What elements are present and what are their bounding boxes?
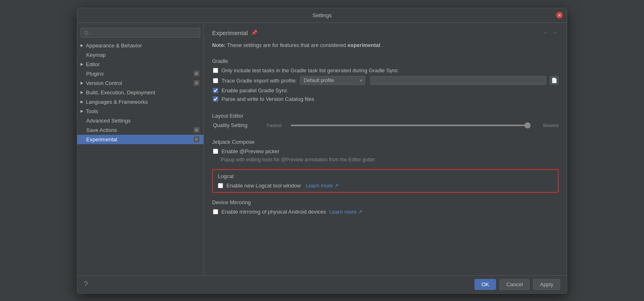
sidebar-item-version-control[interactable]: ▶ Version Control ⊞ (77, 78, 203, 88)
footer-buttons: OK Cancel Apply (474, 279, 560, 290)
chevron-right-icon: ▶ (80, 62, 83, 66)
sidebar-item-label: Plugins (86, 71, 104, 77)
device-mirroring-row: Enable mirroring of physical Android dev… (212, 209, 559, 215)
sidebar-item-editor[interactable]: ▶ Editor (77, 60, 203, 69)
gradle-test-checkbox[interactable] (213, 68, 218, 73)
dialog-title: Settings (313, 12, 332, 18)
preview-picker-checkbox[interactable] (213, 149, 218, 154)
sidebar-item-save-actions[interactable]: Save Actions ⊞ (77, 125, 203, 135)
panel-title: Experimental (212, 29, 248, 36)
sidebar-item-label: Keymap (86, 52, 106, 58)
logcat-section: Logcat Enable new Logcat tool window Lea… (212, 169, 559, 193)
ok-button[interactable]: OK (474, 279, 496, 290)
settings-badge-icon: ⊞ (194, 71, 199, 76)
quality-slider[interactable] (291, 125, 531, 126)
sidebar-item-label: Version Control (86, 80, 122, 86)
chevron-right-icon: ▶ (80, 100, 83, 104)
profile-dropdown[interactable]: Default profile (300, 76, 365, 85)
logcat-checkbox-label[interactable]: Enable new Logcat tool window (218, 183, 301, 189)
profile-text-field[interactable] (370, 76, 546, 85)
gradle-trace-row: Trace Gradle import with profile: Defaul… (212, 76, 559, 85)
help-icon[interactable]: ? (84, 280, 88, 289)
note-suffix: . (382, 42, 383, 48)
sidebar-item-label: Build, Execution, Deployment (86, 89, 155, 96)
settings-badge-icon: ⊞ (194, 136, 199, 142)
nav-arrows: ← → (542, 29, 559, 36)
search-input[interactable] (80, 28, 200, 38)
gradle-trace-checkbox[interactable] (213, 78, 218, 83)
sidebar-item-keymap[interactable]: Keymap (77, 50, 203, 60)
chevron-right-icon: ▶ (80, 81, 83, 85)
main-content: ▶ Appearance & Behavior Keymap ▶ Editor … (77, 23, 567, 275)
sidebar-item-label: Languages & Frameworks (86, 99, 148, 105)
settings-badge-icon: ⊞ (194, 127, 199, 133)
pin-icon[interactable]: 📌 (251, 30, 257, 36)
settings-badge-icon: ⊞ (194, 80, 199, 86)
slowest-label: Slowest (534, 123, 559, 128)
file-browse-button[interactable]: 📄 (550, 76, 559, 85)
gradle-test-text: Only include test tasks in the Gradle ta… (221, 67, 398, 74)
note-bold: experimental (347, 42, 380, 48)
gradle-parallel-row: Enable parallel Gradle Sync (212, 87, 559, 94)
sidebar-item-advanced[interactable]: Advanced Settings (77, 116, 203, 125)
sidebar-item-tools[interactable]: ▶ Tools (77, 107, 203, 116)
gradle-parallel-label[interactable]: Enable parallel Gradle Sync (213, 87, 287, 94)
gradle-version-catalog-row: Parse and write to Version Catalog files (212, 96, 559, 102)
jetpack-compose-title: Jetpack Compose (212, 139, 559, 145)
quality-row: Quality Setting Fastest Slowest (212, 122, 559, 128)
sidebar-item-label: Appearance & Behavior (86, 42, 142, 49)
preview-picker-text: Enable @Preview picker (221, 148, 280, 154)
forward-arrow-icon[interactable]: → (551, 29, 559, 36)
logcat-title: Logcat (218, 173, 553, 179)
gradle-parallel-checkbox[interactable] (213, 88, 218, 93)
logcat-learn-more-link[interactable]: Learn more ↗ (306, 183, 339, 189)
gradle-test-label[interactable]: Only include test tasks in the Gradle ta… (213, 67, 398, 74)
device-mirroring-checkbox[interactable] (213, 209, 218, 214)
logcat-row: Enable new Logcat tool window Learn more… (218, 183, 553, 189)
preview-picker-row: Enable @Preview picker (212, 148, 559, 154)
profile-dropdown-wrapper: Default profile ▼ (300, 76, 365, 85)
sidebar-item-appearance[interactable]: ▶ Appearance & Behavior (77, 41, 203, 50)
close-button[interactable]: ✕ (556, 12, 563, 18)
gradle-title: Gradle (212, 58, 559, 64)
preview-picker-label[interactable]: Enable @Preview picker (213, 148, 280, 154)
jetpack-compose-section: Jetpack Compose Enable @Preview picker P… (212, 137, 559, 163)
sidebar: ▶ Appearance & Behavior Keymap ▶ Editor … (77, 23, 204, 275)
device-mirroring-title: Device Mirroring (212, 199, 559, 205)
chevron-right-icon: ▶ (80, 90, 83, 94)
fastest-label: Fastest (267, 123, 287, 128)
sidebar-item-label: Editor (86, 61, 100, 67)
quality-label: Quality Setting (213, 122, 262, 128)
sidebar-item-plugins[interactable]: Plugins ⊞ (77, 69, 203, 78)
main-panel: Experimental 📌 ← → Note: These settings … (204, 23, 567, 275)
logcat-checkbox[interactable] (218, 183, 223, 188)
layout-editor-section: Layout Editor Quality Setting Fastest Sl… (212, 111, 559, 131)
sidebar-item-languages[interactable]: ▶ Languages & Frameworks (77, 97, 203, 107)
sidebar-item-build[interactable]: ▶ Build, Execution, Deployment (77, 88, 203, 97)
device-mirroring-text: Enable mirroring of physical Android dev… (221, 209, 326, 215)
cancel-button[interactable]: Cancel (499, 279, 530, 290)
back-arrow-icon[interactable]: ← (542, 29, 550, 36)
panel-header: Experimental 📌 ← → (212, 29, 559, 36)
slider-container: Fastest Slowest (267, 123, 559, 128)
preview-picker-subtext: Popup with editing tools for @Preview an… (221, 157, 559, 163)
device-mirroring-label[interactable]: Enable mirroring of physical Android dev… (213, 209, 326, 215)
settings-dialog: Settings ✕ ▶ Appearance & Behavior Keyma… (77, 8, 567, 294)
note-body: These settings are for features that are… (227, 42, 348, 48)
gradle-trace-label[interactable]: Trace Gradle import with profile: (213, 78, 297, 84)
apply-button[interactable]: Apply (533, 279, 560, 290)
sidebar-item-label: Experimental (86, 136, 117, 143)
logcat-checkbox-text: Enable new Logcat tool window (226, 183, 301, 189)
gradle-section: Gradle Only include test tasks in the Gr… (212, 56, 559, 105)
sidebar-item-experimental[interactable]: Experimental ⊞ (77, 135, 203, 144)
layout-editor-title: Layout Editor (212, 113, 559, 119)
device-mirroring-learn-more-link[interactable]: Learn more ↗ (329, 209, 362, 215)
gradle-version-catalog-text: Parse and write to Version Catalog files (221, 96, 314, 102)
gradle-version-catalog-label[interactable]: Parse and write to Version Catalog files (213, 96, 314, 102)
note-text: Note: These settings are for features th… (212, 41, 559, 49)
gradle-version-catalog-checkbox[interactable] (213, 96, 218, 102)
gradle-trace-text: Trace Gradle import with profile: (221, 78, 297, 84)
sidebar-item-label: Save Actions (86, 127, 117, 133)
sidebar-item-label: Tools (86, 108, 98, 114)
gradle-parallel-text: Enable parallel Gradle Sync (221, 87, 287, 94)
